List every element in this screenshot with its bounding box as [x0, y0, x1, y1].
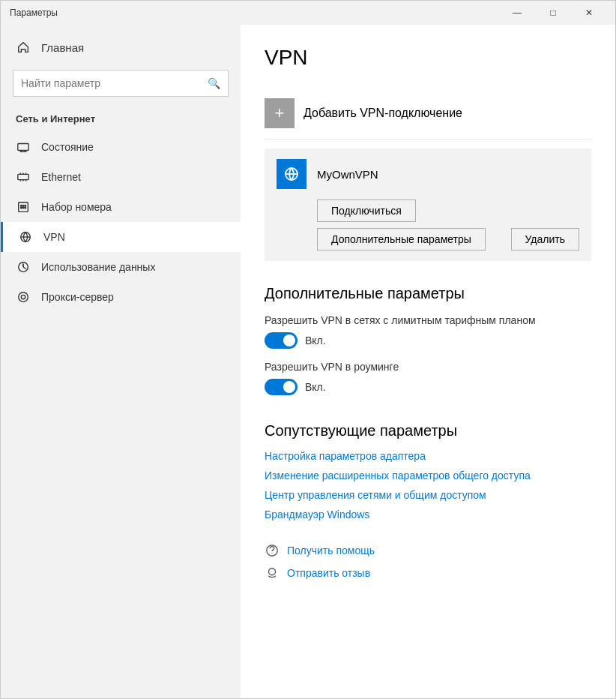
vpn-entry: MyOwnVPN Подключиться Дополнительные пар… [265, 148, 591, 261]
vpn-entry-name: MyOwnVPN [317, 168, 378, 181]
toggle2-state: Вкл. [305, 381, 326, 393]
toggle1-switch[interactable] [265, 332, 298, 349]
vpn-entry-header: MyOwnVPN [277, 159, 579, 189]
toggle2-switch[interactable] [265, 379, 298, 395]
vpn-nav-icon [18, 230, 33, 244]
svg-point-15 [269, 568, 276, 575]
sidebar-item-vpn[interactable]: VPN [1, 222, 241, 252]
toggle1-row: Разрешить VPN в сетях с лимитным тарифны… [265, 314, 591, 349]
status-icon [16, 140, 31, 154]
proxy-icon [16, 290, 31, 304]
add-vpn-row[interactable]: + Добавить VPN-подключение [265, 88, 591, 140]
connect-button[interactable]: Подключиться [317, 200, 416, 222]
search-input[interactable] [21, 77, 208, 89]
svg-point-11 [19, 292, 28, 302]
sidebar-item-dialup-label: Набор номера [41, 201, 112, 213]
additional-settings-title: Дополнительные параметры [265, 285, 591, 302]
sidebar-item-ethernet-label: Ethernet [41, 171, 81, 183]
related-settings-title: Сопутствующие параметры [265, 422, 591, 440]
help-row: Получить помощь [265, 543, 591, 558]
svg-point-3 [20, 205, 22, 206]
svg-point-5 [25, 205, 26, 206]
toggle2-control-row: Вкл. [265, 379, 591, 395]
svg-point-8 [25, 207, 26, 208]
sidebar-item-status-label: Состояние [41, 141, 94, 153]
minimize-button[interactable]: — [500, 1, 534, 25]
vpn-entry-icon [277, 159, 307, 189]
svg-point-12 [21, 295, 25, 298]
add-vpn-label: Добавить VPN-подключение [304, 106, 462, 120]
toggle1-control-row: Вкл. [265, 332, 591, 349]
toggle2-row: Разрешить VPN в роуминге Вкл. [265, 361, 591, 395]
main-content: VPN + Добавить VPN-подключение [241, 25, 615, 698]
svg-rect-0 [18, 144, 28, 151]
related-link-0[interactable]: Настройка параметров адаптера [265, 450, 591, 462]
ethernet-icon [16, 170, 31, 184]
vpn-buttons: Подключиться Дополнительные параметры Уд… [317, 200, 579, 250]
sidebar-item-proxy[interactable]: Прокси-сервер [1, 282, 241, 312]
advanced-button[interactable]: Дополнительные параметры [317, 228, 486, 250]
close-button[interactable]: ✕ [572, 1, 606, 25]
sidebar-item-proxy-label: Прокси-сервер [41, 291, 114, 303]
sidebar-item-home[interactable]: Главная [1, 31, 241, 64]
footer-links: Получить помощь Отправить отзыв [265, 543, 591, 580]
home-icon [16, 40, 31, 55]
dialup-icon [16, 200, 31, 214]
sidebar-item-data-usage-label: Использование данных [41, 261, 155, 273]
window-title: Параметры [10, 8, 58, 18]
sidebar-item-dialup[interactable]: Набор номера [1, 192, 241, 222]
maximize-button[interactable]: □ [536, 1, 570, 25]
related-link-1[interactable]: Изменение расширенных параметров общего … [265, 470, 591, 482]
sidebar-item-status[interactable]: Состояние [1, 132, 241, 162]
feedback-icon [265, 566, 280, 580]
sidebar-item-ethernet[interactable]: Ethernet [1, 162, 241, 192]
search-box[interactable]: 🔍 [13, 70, 229, 97]
svg-point-4 [22, 205, 24, 206]
data-usage-icon [16, 260, 31, 274]
help-icon [265, 543, 280, 558]
toggle1-state: Вкл. [305, 334, 326, 346]
page-title: VPN [265, 46, 591, 70]
add-vpn-circle-icon: + [265, 98, 295, 128]
feedback-link[interactable]: Отправить отзыв [287, 567, 370, 579]
delete-button[interactable]: Удалить [511, 228, 579, 250]
sidebar-item-data-usage[interactable]: Использование данных [1, 252, 241, 282]
home-label: Главная [41, 41, 84, 54]
toggle2-label: Разрешить VPN в роуминге [265, 361, 591, 373]
sidebar-item-vpn-label: VPN [43, 231, 65, 243]
window-controls: — □ ✕ [500, 1, 606, 25]
related-link-3[interactable]: Брандмауэр Windows [265, 508, 591, 520]
svg-rect-1 [18, 174, 28, 179]
sidebar-section-title: Сеть и Интернет [1, 109, 241, 132]
svg-point-7 [22, 207, 24, 208]
feedback-row: Отправить отзыв [265, 566, 591, 580]
search-icon: 🔍 [208, 77, 220, 89]
titlebar: Параметры — □ ✕ [1, 1, 615, 25]
plus-icon: + [275, 105, 285, 122]
toggle1-label: Разрешить VPN в сетях с лимитным тарифны… [265, 314, 591, 326]
help-link[interactable]: Получить помощь [287, 544, 375, 556]
svg-point-6 [20, 207, 22, 208]
sidebar: Главная 🔍 Сеть и Интернет Состояние [1, 25, 241, 698]
related-link-2[interactable]: Центр управления сетями и общим доступом [265, 489, 591, 501]
